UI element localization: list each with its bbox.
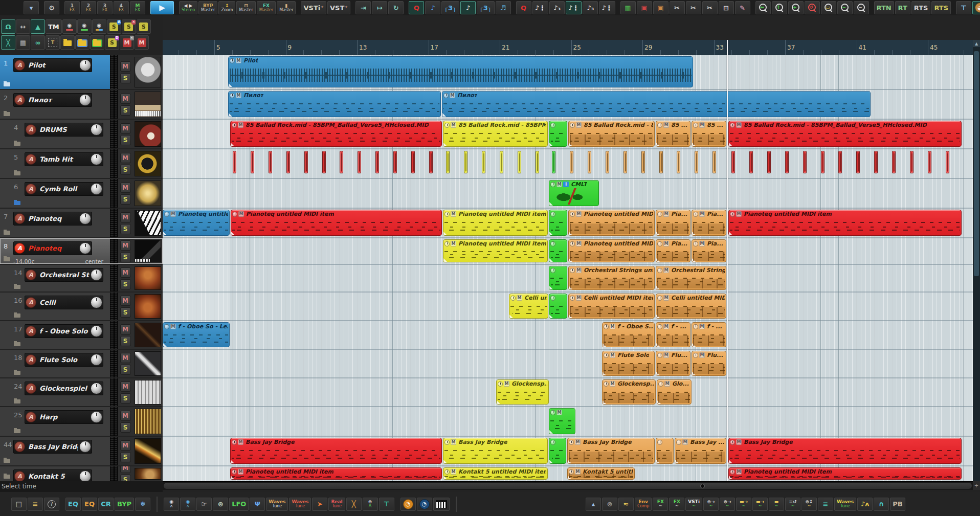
arrange-lane-3[interactable]	[163, 149, 973, 179]
note-eighth[interactable]: ♪	[425, 1, 440, 14]
rts-button-1[interactable]: RTS	[911, 1, 931, 14]
play-button[interactable]: ▶	[150, 1, 174, 14]
track-name-bar[interactable]: ACymb Roll	[25, 182, 103, 196]
clip-knob-icon[interactable]	[693, 212, 698, 217]
clip[interactable]: MPianoteq untitled MIDI item	[728, 210, 962, 236]
arrange-lane-14[interactable]: MPianoteq untitled MIDI itemMKontakt 5 u…	[163, 466, 973, 481]
waves-tune-yellow[interactable]: WavesTune	[834, 498, 856, 511]
record-arm-badge[interactable]: A	[14, 60, 25, 71]
clip-mute-icon[interactable]: M	[451, 469, 456, 475]
clip-mute-icon[interactable]: M	[664, 381, 670, 387]
tick-item[interactable]	[552, 151, 555, 173]
clip-knob-icon[interactable]	[604, 324, 609, 329]
piano-keys-button[interactable]	[433, 498, 450, 511]
clip[interactable]: MPianoteq untitled MIDI item	[443, 210, 548, 236]
clip-mute-icon[interactable]: M	[576, 122, 582, 128]
hand-scroll[interactable]: ☞	[196, 498, 212, 511]
clip-knob-icon[interactable]	[693, 241, 698, 246]
tick-item[interactable]	[340, 151, 343, 173]
lfo-tool[interactable]: LFO	[229, 498, 249, 511]
eq-orange[interactable]: EQ	[82, 498, 97, 511]
byp-button[interactable]: BYP	[115, 498, 134, 511]
clip-knob-icon[interactable]	[550, 296, 555, 301]
solo-button[interactable]: S	[120, 135, 131, 145]
clip-mute-icon[interactable]: M	[699, 241, 705, 246]
clip-mute-icon[interactable]: M	[736, 122, 742, 128]
show-green-items[interactable]: ◉	[77, 19, 92, 34]
link-toggle[interactable]: ∞	[31, 35, 45, 50]
track-row-14[interactable]: 14AOrchestral StringsMS	[0, 265, 163, 291]
track-name-bar[interactable]: AПилот	[13, 93, 92, 107]
track-thumbnail-violins[interactable]	[135, 266, 161, 290]
zoom-out-b[interactable]: −	[854, 1, 869, 14]
clip-mute-icon[interactable]: M	[699, 122, 705, 128]
clip-knob-icon[interactable]	[657, 440, 662, 445]
track-gutter[interactable]: 1	[0, 55, 13, 89]
clip-mute-icon[interactable]: M	[236, 93, 241, 98]
zoom-undo[interactable]: ↺	[805, 1, 820, 14]
tick-item[interactable]	[570, 151, 573, 173]
track-row-44[interactable]: 44ABass Jay BridgeMS	[0, 437, 163, 465]
solo-defeat[interactable]: SD	[105, 35, 119, 50]
track-volume-knob[interactable]	[91, 354, 102, 366]
clip[interactable]: M85 ...	[692, 121, 726, 147]
fx-chain-master[interactable]: MFX	[130, 1, 145, 14]
split-items-right[interactable]: ✂	[686, 1, 701, 14]
zoom-horizontal[interactable]: ↔	[755, 1, 771, 14]
clip-mute-icon[interactable]: M	[170, 211, 176, 217]
clip[interactable]: MPianoteq untitled MIDI item	[231, 210, 442, 236]
rt-button[interactable]: RT	[895, 1, 910, 14]
clip-mute-icon[interactable]: M	[576, 267, 582, 273]
arrange-lane-0[interactable]: MPilot	[163, 55, 973, 90]
solo-button[interactable]: S	[120, 165, 131, 175]
grid-triplet-1[interactable]: ♪₃	[549, 1, 565, 14]
mute-button[interactable]: M	[120, 296, 131, 306]
clip[interactable]: MFlu...	[656, 351, 691, 376]
track-volume-knob[interactable]	[91, 411, 102, 423]
track-name-bar[interactable]: Af - Oboe Solo - Lega	[25, 324, 103, 338]
record-arm-badge[interactable]: A	[14, 441, 25, 452]
track-name-bar[interactable]: ABass Jay Bridge	[13, 440, 92, 454]
track-folder-icon[interactable]	[4, 231, 10, 235]
track-name-bar[interactable]: ADRUMS	[25, 123, 103, 137]
track-row-4[interactable]: 4ADRUMSMS	[0, 120, 163, 148]
track-thumbnail-glockenspiel[interactable]	[135, 380, 161, 405]
track-main[interactable]: APianoteq-14.00ccenter	[13, 238, 109, 264]
record-arm-badge[interactable]: A	[26, 184, 36, 194]
record-arm-badge[interactable]: A	[14, 213, 25, 224]
clip-knob-icon[interactable]	[570, 296, 575, 301]
clip[interactable]: M85 Ballad Rock.mid - 85...	[568, 121, 655, 147]
track-row-18[interactable]: 18AFlute SoloMS	[0, 350, 163, 377]
clip-mute-icon[interactable]: M	[238, 439, 243, 445]
clip-knob-icon[interactable]	[604, 353, 609, 358]
track-volume-knob[interactable]	[91, 325, 102, 337]
track-name[interactable]: Orchestral Strings	[39, 271, 90, 279]
clip-mute-icon[interactable]: M	[576, 295, 582, 301]
clip[interactable]: MKontakt 5 untitled MIDI item	[443, 467, 548, 480]
record-arm-badge[interactable]: A	[26, 297, 36, 308]
clip-mute-icon[interactable]: M	[451, 439, 456, 445]
tick-item[interactable]	[838, 151, 842, 173]
clip[interactable]: MKontakt 5 untitl...	[567, 467, 635, 480]
track-name[interactable]: Kontakt 5	[28, 473, 78, 480]
arrange-lane-2[interactable]: M85 Ballad Rock.mid - 85BPM_Ballad_Verse…	[163, 120, 973, 149]
settings-wrench[interactable]: ⚙	[44, 1, 59, 14]
tick-item[interactable]	[518, 151, 521, 173]
track-name[interactable]: Pilot	[28, 61, 78, 69]
triplet-a[interactable]: ┌3┐	[441, 1, 459, 14]
vertical-scrollbar-thumb[interactable]	[974, 51, 979, 276]
arrange-lane-8[interactable]: MCelli untitl...MCelli untitled MIDI ite…	[163, 293, 973, 321]
tick-item[interactable]	[856, 151, 860, 173]
crossfade-toggle[interactable]: ╳	[1, 35, 15, 50]
track-gutter[interactable]: 24	[0, 378, 25, 406]
solo-button[interactable]: S	[120, 393, 131, 403]
theme-shirt[interactable]: ⊤	[956, 1, 971, 14]
x-dark[interactable]: ⊗	[602, 498, 617, 511]
rts-button-2[interactable]: RTS	[931, 1, 951, 14]
mute-button[interactable]: M	[120, 382, 131, 392]
envelope-visible-white[interactable]: ◉ʌ	[164, 498, 179, 511]
track-row-24[interactable]: 24AGlockenspielMS	[0, 378, 163, 406]
tick-item[interactable]	[659, 151, 663, 173]
track-folder-icon[interactable]	[4, 112, 10, 116]
tick-item[interactable]	[785, 151, 789, 173]
